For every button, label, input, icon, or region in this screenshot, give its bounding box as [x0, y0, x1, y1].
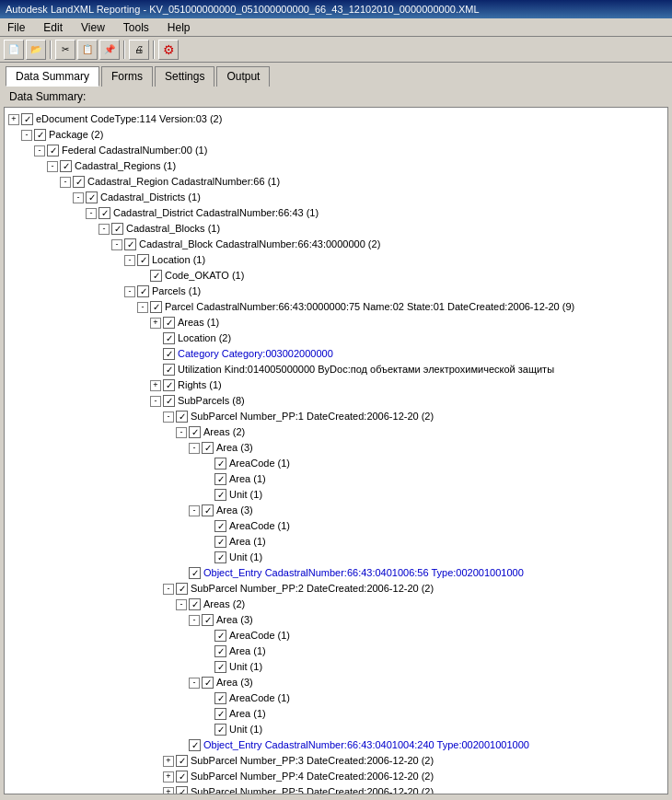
tree-checkbox[interactable]: [21, 113, 33, 125]
tree-label: Areas (2): [203, 597, 245, 612]
tree-label: Parcel CadastralNumber:66:43:0000000:75 …: [165, 299, 574, 315]
tree-checkbox[interactable]: [150, 270, 162, 282]
tree-checkbox[interactable]: [176, 583, 188, 595]
tree-checkbox[interactable]: [202, 677, 214, 689]
tree-expander[interactable]: -: [150, 396, 161, 407]
tree-label: Area (3): [216, 503, 253, 518]
toolbar-open[interactable]: 📂: [26, 40, 46, 60]
tree-expander[interactable]: -: [189, 505, 200, 516]
tree-checkbox[interactable]: [189, 598, 201, 610]
tree-label: AreaCode (1): [229, 628, 290, 643]
tree-row: -Areas (2): [8, 424, 664, 440]
tree-checkbox[interactable]: [214, 724, 226, 736]
tree-checkbox[interactable]: [214, 458, 226, 470]
tree-row: -Area (3): [8, 440, 664, 456]
tree-expander[interactable]: -: [176, 599, 187, 610]
tree-expander[interactable]: -: [163, 412, 174, 423]
tree-checkbox[interactable]: [214, 645, 226, 657]
toolbar-cut[interactable]: ✂: [55, 40, 75, 60]
tree-row: +Areas (1): [8, 315, 664, 330]
tree-checkbox[interactable]: [98, 207, 110, 219]
tree-checkbox[interactable]: [111, 223, 123, 235]
tree-expander[interactable]: -: [176, 427, 187, 438]
tree-checkbox[interactable]: [189, 739, 201, 751]
tree-checkbox[interactable]: [137, 285, 149, 297]
tree-expander[interactable]: -: [86, 208, 97, 219]
tree-expander[interactable]: -: [124, 286, 135, 297]
menu-edit[interactable]: Edit: [40, 20, 66, 35]
tree-checkbox[interactable]: [202, 504, 214, 516]
tree-checkbox[interactable]: [214, 536, 226, 548]
tree-row: -Area (3): [8, 612, 664, 628]
tree-checkbox[interactable]: [163, 317, 175, 329]
tree-checkbox[interactable]: [176, 411, 188, 423]
tree-checkbox[interactable]: [124, 238, 136, 250]
tree-expander[interactable]: -: [189, 443, 200, 454]
tab-data-summary[interactable]: Data Summary: [6, 66, 99, 87]
toolbar-special[interactable]: ⚙: [158, 40, 179, 60]
tree-expander[interactable]: -: [73, 192, 84, 203]
tab-forms[interactable]: Forms: [101, 66, 153, 87]
tree-checkbox[interactable]: [214, 692, 226, 704]
tree-checkbox[interactable]: [73, 176, 85, 188]
tree-checkbox[interactable]: [214, 661, 226, 673]
menu-tools[interactable]: Tools: [120, 20, 153, 35]
tree-row: Category Category:003002000000: [8, 346, 664, 362]
tab-settings[interactable]: Settings: [155, 66, 214, 87]
tree-expander[interactable]: -: [137, 302, 148, 313]
toolbar-copy[interactable]: 📋: [77, 40, 98, 60]
tree-checkbox[interactable]: [189, 426, 201, 438]
tree-expander[interactable]: +: [163, 756, 174, 767]
tree-expander[interactable]: -: [189, 678, 200, 689]
tree-checkbox[interactable]: [176, 786, 188, 794]
tree-checkbox[interactable]: [214, 551, 226, 563]
tree-expander[interactable]: -: [98, 224, 110, 235]
tree-checkbox[interactable]: [202, 614, 214, 626]
tree-expander[interactable]: +: [150, 380, 161, 391]
tree-expander[interactable]: -: [124, 255, 135, 266]
tree-checkbox[interactable]: [47, 145, 59, 157]
tree-checkbox[interactable]: [214, 473, 226, 485]
tree-checkbox[interactable]: [137, 254, 149, 266]
tree-checkbox[interactable]: [163, 348, 175, 360]
tree-expander[interactable]: -: [47, 161, 58, 172]
tree-expander[interactable]: -: [34, 145, 45, 157]
tree-expander[interactable]: -: [189, 615, 200, 626]
tree-checkbox[interactable]: [163, 332, 175, 344]
main-content: +eDocument CodeType:114 Version:03 (2)-P…: [4, 107, 668, 794]
menu-view[interactable]: View: [77, 20, 109, 35]
tree-expander[interactable]: +: [163, 771, 174, 783]
title-bar: Autodesk LandXML Reporting - KV_05100000…: [0, 0, 672, 18]
tree-expander[interactable]: -: [21, 130, 32, 141]
tree-expander[interactable]: +: [150, 318, 161, 329]
tree-checkbox[interactable]: [34, 129, 46, 141]
tree-checkbox[interactable]: [214, 489, 226, 501]
tree-label: Unit (1): [229, 722, 262, 737]
tree-row: Unit (1): [8, 487, 664, 503]
tree-checkbox[interactable]: [60, 160, 72, 172]
tree-expander[interactable]: +: [8, 114, 19, 125]
toolbar-print[interactable]: 🖨: [129, 40, 149, 60]
tree-checkbox[interactable]: [214, 708, 226, 720]
toolbar-paste[interactable]: 📌: [99, 40, 120, 60]
tree-checkbox[interactable]: [176, 771, 188, 783]
tree-checkbox[interactable]: [214, 520, 226, 532]
toolbar-new[interactable]: 📄: [4, 40, 24, 60]
tree-checkbox[interactable]: [86, 191, 98, 203]
tree-expander[interactable]: -: [60, 177, 71, 188]
tree-row: -Cadastral_Region CadastralNumber:66 (1): [8, 174, 664, 190]
menu-help[interactable]: Help: [164, 20, 194, 35]
tree-checkbox[interactable]: [150, 301, 162, 313]
tree-checkbox[interactable]: [176, 755, 188, 767]
tree-checkbox[interactable]: [189, 567, 201, 579]
tree-checkbox[interactable]: [163, 364, 175, 376]
tab-output[interactable]: Output: [216, 66, 270, 87]
tree-expander[interactable]: +: [163, 787, 174, 795]
tree-expander[interactable]: -: [163, 584, 174, 595]
tree-expander[interactable]: -: [111, 239, 122, 250]
tree-checkbox[interactable]: [214, 630, 226, 642]
tree-checkbox[interactable]: [202, 442, 214, 454]
menu-file[interactable]: File: [4, 20, 29, 35]
tree-checkbox[interactable]: [163, 395, 175, 407]
tree-checkbox[interactable]: [163, 379, 175, 391]
